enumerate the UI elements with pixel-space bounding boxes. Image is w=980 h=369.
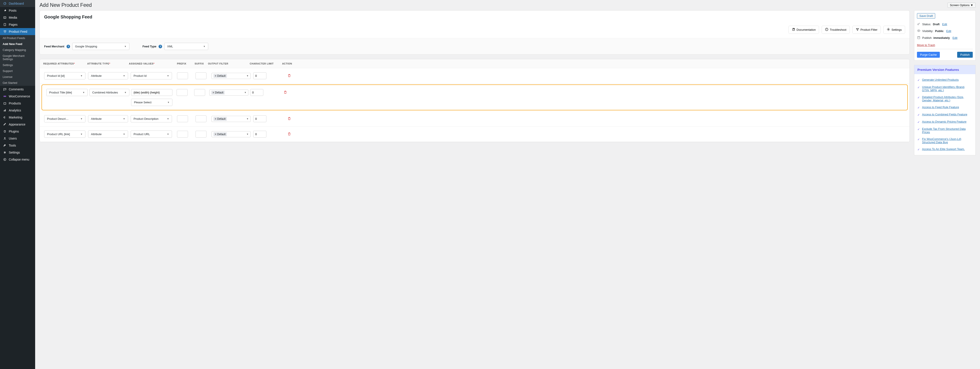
prefix-input[interactable] bbox=[177, 89, 188, 96]
sidebar-item-product-feed[interactable]: Product Feed bbox=[0, 28, 35, 35]
sidebar-item-woocommerce[interactable]: WooCommerce bbox=[0, 93, 35, 100]
char-limit-input[interactable] bbox=[253, 116, 266, 122]
type-select[interactable]: XML ▼ bbox=[164, 43, 208, 50]
attribute-table: REQUIRED ATTRIBUTES* ATTRIBUTE TYPE* ASS… bbox=[40, 59, 910, 142]
chevron-down-icon: ▼ bbox=[80, 74, 83, 77]
sidebar-item-comments[interactable]: Comments bbox=[0, 86, 35, 93]
svg-point-11 bbox=[4, 152, 5, 152]
chevron-down-icon: ▼ bbox=[203, 45, 205, 48]
sidebar-item-tools[interactable]: Tools bbox=[0, 142, 35, 149]
sidebar-item-users[interactable]: Users bbox=[0, 135, 35, 142]
required-attr-select[interactable]: Product Title [title]▼ bbox=[46, 89, 88, 96]
screen-options-button[interactable]: Screen Options ▼ bbox=[948, 3, 975, 8]
prefix-input[interactable] bbox=[177, 131, 188, 138]
sidebar-item-collapse[interactable]: Collapse menu bbox=[0, 156, 35, 163]
required-attr-select[interactable]: Product Id [id]▼ bbox=[44, 72, 86, 79]
sidebar-item-appearance[interactable]: Appearance bbox=[0, 121, 35, 128]
products-icon bbox=[3, 101, 7, 105]
megaphone-icon bbox=[3, 116, 7, 119]
suffix-input[interactable] bbox=[196, 73, 207, 79]
sidebar-item-settings[interactable]: Settings bbox=[0, 149, 35, 156]
purge-cache-button[interactable]: Purge Cache bbox=[917, 52, 940, 58]
remove-tag-icon[interactable]: × bbox=[215, 74, 216, 78]
premium-link[interactable]: Unique Product Identifiers (Brand, GTIN,… bbox=[922, 86, 972, 92]
edit-status-link[interactable]: Edit bbox=[942, 22, 947, 26]
assigned-value-select[interactable]: Product Id▼ bbox=[131, 72, 172, 79]
product-filter-button[interactable]: Product Filter bbox=[853, 26, 881, 34]
table-row: Product URL [link]▼ Attribute▼ Product U… bbox=[40, 127, 910, 142]
premium-link[interactable]: Fix WooCommerce's (Json-Ld) Structured D… bbox=[922, 137, 972, 144]
edit-publish-link[interactable]: Edit bbox=[953, 36, 958, 40]
sidebar-item-pages[interactable]: Pages bbox=[0, 21, 35, 28]
prefix-input[interactable] bbox=[177, 73, 188, 79]
sidebar-item-products[interactable]: Products bbox=[0, 100, 35, 107]
sub-all-feeds[interactable]: All Product Feeds bbox=[0, 35, 35, 41]
comment-icon bbox=[3, 87, 7, 91]
remove-tag-icon[interactable]: × bbox=[215, 117, 216, 120]
sidebar-item-plugins[interactable]: Plugins bbox=[0, 128, 35, 135]
sub-get-started[interactable]: Get Started bbox=[0, 80, 35, 86]
suffix-input[interactable] bbox=[194, 89, 205, 96]
delete-row-button[interactable] bbox=[288, 132, 291, 136]
sub-support[interactable]: Support bbox=[0, 68, 35, 74]
output-filter-select[interactable]: ×Default▼ bbox=[212, 116, 251, 122]
suffix-input[interactable] bbox=[196, 131, 207, 138]
remove-tag-icon[interactable]: × bbox=[213, 91, 214, 94]
settings-button[interactable]: Settings bbox=[883, 26, 905, 34]
sidebar-item-marketing[interactable]: Marketing bbox=[0, 114, 35, 121]
chart-icon bbox=[3, 109, 7, 112]
remove-tag-icon[interactable]: × bbox=[215, 133, 216, 136]
char-limit-input[interactable] bbox=[253, 73, 266, 79]
delete-row-button[interactable] bbox=[288, 117, 291, 121]
sidebar-label: Media bbox=[9, 16, 17, 19]
sub-category-mapping[interactable]: Category Mapping bbox=[0, 47, 35, 53]
help-icon[interactable]: ? bbox=[159, 45, 162, 48]
sidebar-item-dashboard[interactable]: Dashboard bbox=[0, 0, 35, 7]
delete-row-button[interactable] bbox=[288, 74, 291, 78]
output-filter-select[interactable]: ×Default▼ bbox=[212, 73, 251, 79]
sidebar-item-media[interactable]: Media bbox=[0, 14, 35, 21]
assigned-value-input[interactable] bbox=[131, 89, 172, 96]
attr-type-select[interactable]: Attribute▼ bbox=[88, 115, 128, 122]
premium-link[interactable]: Access to Feed Rule Feature bbox=[922, 106, 959, 109]
required-attr-select[interactable]: Product Description [description]▼ bbox=[44, 115, 86, 122]
sub-add-new[interactable]: Add New Feed bbox=[0, 41, 35, 47]
premium-link[interactable]: Access to Dynamic Pricing Feature bbox=[922, 120, 966, 123]
delete-row-button[interactable] bbox=[283, 90, 287, 95]
output-filter-select[interactable]: ×Default▼ bbox=[212, 131, 251, 137]
move-to-trash-link[interactable]: Move to Trash bbox=[917, 43, 935, 47]
merchant-select[interactable]: Google Shopping ▼ bbox=[72, 43, 129, 50]
sub-google-merchant[interactable]: Google Merchant Settings bbox=[0, 53, 35, 62]
attr-type-select[interactable]: Attribute▼ bbox=[88, 130, 128, 138]
premium-link[interactable]: Generate Unlimited Products bbox=[922, 78, 959, 81]
output-filter-select[interactable]: ×Default▼ bbox=[209, 90, 248, 96]
documentation-button[interactable]: Documentation bbox=[789, 26, 819, 34]
table-row: Product Description [description]▼ Attri… bbox=[40, 111, 910, 127]
edit-visibility-link[interactable]: Edit bbox=[946, 29, 951, 33]
premium-link[interactable]: Detailed Product Attributes (Size, Gende… bbox=[922, 95, 972, 102]
assigned-value-select[interactable]: Product URL▼ bbox=[131, 130, 172, 138]
prefix-input[interactable] bbox=[177, 116, 188, 122]
required-attr-select[interactable]: Product URL [link]▼ bbox=[44, 130, 86, 138]
publish-button[interactable]: Publish bbox=[957, 52, 973, 58]
premium-link[interactable]: Exclude Tax From Structured Data Prices bbox=[922, 127, 972, 134]
suffix-input[interactable] bbox=[196, 116, 207, 122]
char-limit-input[interactable] bbox=[250, 89, 263, 96]
char-limit-input[interactable] bbox=[253, 131, 266, 138]
sub-settings[interactable]: Settings bbox=[0, 62, 35, 68]
premium-item: ✓Access to Feed Rule Feature bbox=[917, 104, 972, 111]
attr-type-select[interactable]: Attribute▼ bbox=[88, 72, 128, 79]
premium-link[interactable]: Access To An Elite Support Team. bbox=[922, 147, 965, 151]
please-select-dropdown[interactable]: Please Select▼ bbox=[131, 99, 172, 106]
sidebar-item-posts[interactable]: Posts bbox=[0, 7, 35, 14]
attr-type-select[interactable]: Combined Attributes▼ bbox=[89, 89, 129, 96]
check-icon: ✓ bbox=[917, 138, 920, 141]
troubleshoot-button[interactable]: Troubleshoot bbox=[822, 26, 850, 34]
assigned-value-select[interactable]: Product Description▼ bbox=[131, 115, 172, 122]
sub-license[interactable]: License bbox=[0, 74, 35, 80]
help-icon[interactable]: ? bbox=[67, 45, 70, 48]
premium-link[interactable]: Access to Combined Fields Feature bbox=[922, 113, 967, 116]
sidebar-item-analytics[interactable]: Analytics bbox=[0, 107, 35, 114]
save-draft-button[interactable]: Save Draft bbox=[917, 13, 935, 19]
admin-sidebar: Dashboard Posts Media Pages Product Feed… bbox=[0, 0, 35, 369]
